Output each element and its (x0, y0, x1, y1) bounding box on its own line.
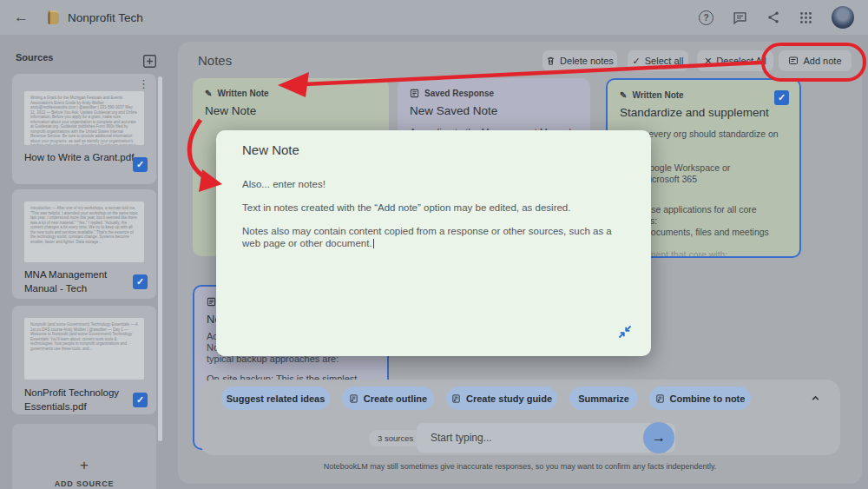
share-icon[interactable] (766, 10, 780, 24)
note-title: New Note (205, 104, 377, 117)
source-card[interactable]: Nonprofit (and some Government) Technolo… (12, 306, 156, 414)
plus-icon: + (80, 457, 89, 474)
deselect-all-label: Deselect All (716, 56, 766, 66)
source-snippet: Nonprofit (and some Government) Technolo… (30, 322, 138, 351)
note-editor-dialog[interactable]: New Note Also... enter notes! Text in no… (216, 130, 651, 356)
profile-avatar[interactable] (832, 6, 854, 29)
saved-response-icon (207, 297, 216, 307)
note-type-label: Written Note (632, 90, 683, 100)
action-label: Summarize (578, 393, 629, 404)
sources-header: Sources (16, 52, 53, 63)
document-icon (655, 393, 665, 404)
deselect-all-button[interactable]: ✕ Deselect All (697, 50, 773, 71)
document-icon (451, 393, 461, 404)
kebab-menu-icon[interactable]: ⋮ (138, 77, 149, 90)
suggest-related-ideas-button[interactable]: Suggest related ideas (221, 387, 330, 410)
collapse-dock-chevron-icon[interactable] (810, 392, 821, 407)
note-type-label: Saved Response (424, 89, 494, 98)
check-icon: ✓ (136, 159, 144, 170)
text-caret (373, 239, 374, 248)
document-icon (349, 393, 358, 404)
source-thumbnail: Writing a Grant for the Michigan Festiva… (24, 91, 144, 145)
select-all-button[interactable]: ✓ Select all (628, 50, 688, 71)
pencil-icon: ✎ (205, 89, 212, 98)
arrow-right-icon: → (652, 430, 666, 446)
dialog-note-title[interactable]: New Note (242, 142, 625, 157)
pencil-icon: ✎ (620, 90, 627, 100)
check-icon: ✓ (136, 394, 144, 406)
source-checkbox[interactable]: ✓ (133, 393, 148, 407)
check-icon: ✓ (778, 92, 786, 103)
check-icon: ✓ (633, 56, 641, 67)
sidebar-scrollbar[interactable] (158, 76, 162, 441)
topbar-actions: ? (699, 6, 854, 29)
apps-grid-icon[interactable] (799, 11, 812, 24)
action-label: Combine to note (670, 393, 746, 404)
notebook-title[interactable]: Nonprofit Tech (68, 11, 143, 24)
back-arrow-icon[interactable]: ← (14, 9, 29, 26)
select-all-label: Select all (645, 56, 684, 66)
chat-input[interactable] (429, 431, 675, 445)
notes-title: Notes (198, 53, 232, 68)
add-source-icon[interactable] (142, 54, 157, 72)
note-icon (788, 56, 799, 66)
add-note-label: Add note (803, 56, 841, 66)
collapse-dialog-icon[interactable] (618, 325, 632, 342)
sources-count-chip: 3 sources (369, 430, 422, 446)
dialog-paragraph[interactable]: Text in notes created with the “Add note… (242, 202, 624, 214)
add-source-label: ADD SOURCE (55, 479, 115, 488)
source-checkbox[interactable]: ✓ (133, 274, 148, 289)
notebooklm-app: ← Nonprofit Tech ? (0, 0, 868, 489)
source-snippet: Introduction — After one of my workshops… (30, 206, 138, 244)
help-icon[interactable]: ? (699, 10, 713, 25)
actions-dock: Suggest related ideas Create outline Cre… (200, 380, 840, 455)
summarize-button[interactable]: Summarize (569, 387, 638, 410)
trash-icon (546, 56, 556, 66)
note-checkbox[interactable]: ✓ (774, 90, 789, 105)
delete-notes-button[interactable]: Delete notes (542, 50, 617, 71)
note-title: New Saved Note (410, 104, 578, 117)
source-checkbox[interactable]: ✓ (133, 157, 148, 172)
source-thumbnail: Introduction — After one of my workshops… (24, 202, 144, 262)
close-icon: ✕ (704, 56, 712, 67)
source-name: MNA Management Manual - Tech (24, 268, 135, 295)
create-study-guide-button[interactable]: Create study guide (446, 387, 557, 410)
source-snippet: Writing a Grant for the Michigan Festiva… (30, 96, 138, 145)
source-name: How to Write a Grant.pdf (24, 150, 135, 164)
delete-notes-label: Delete notes (560, 56, 614, 66)
action-label: Suggest related ideas (227, 393, 326, 404)
combine-to-note-button[interactable]: Combine to note (649, 387, 751, 410)
dialog-paragraph[interactable]: Also... enter notes! (242, 178, 624, 190)
disclaimer-text: NotebookLM may still sometimes give inac… (178, 462, 862, 471)
add-note-button[interactable]: Add note (779, 50, 852, 71)
source-card[interactable]: Introduction — After one of my workshops… (12, 189, 156, 299)
send-button[interactable]: → (643, 422, 674, 453)
add-source-card[interactable]: + ADD SOURCE (12, 424, 156, 489)
check-icon: ✓ (136, 276, 144, 287)
source-thumbnail: Nonprofit (and some Government) Technolo… (24, 318, 144, 380)
action-label: Create study guide (466, 393, 552, 404)
source-card[interactable]: ⋮ Writing a Grant for the Michigan Festi… (12, 74, 156, 184)
feedback-icon[interactable] (733, 10, 747, 25)
source-name: NonProfit Technology Essentials.pdf (24, 386, 135, 413)
note-type-label: Written Note (217, 89, 268, 98)
top-bar: ← Nonprofit Tech ? (0, 0, 868, 35)
saved-response-icon (410, 89, 419, 98)
notebook-icon (48, 10, 59, 24)
action-label: Create outline (364, 393, 427, 404)
create-outline-button[interactable]: Create outline (342, 387, 434, 410)
note-title: Standardize and supplement (620, 106, 787, 119)
dialog-paragraph: Notes also may contain content copied fr… (242, 226, 612, 248)
chat-input-container (417, 423, 675, 453)
